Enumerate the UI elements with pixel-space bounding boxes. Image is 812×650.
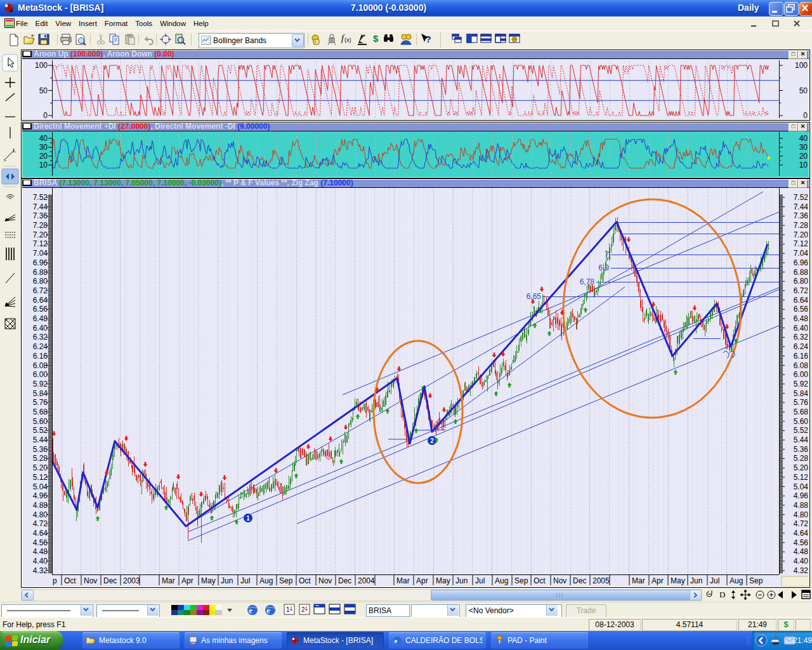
svg-text:50: 50	[799, 86, 808, 95]
svg-text:30: 30	[39, 143, 48, 152]
svg-text:Oct: Oct	[299, 576, 311, 585]
svg-text:40: 40	[799, 134, 808, 143]
svg-text:5.20: 5.20	[33, 463, 48, 472]
svg-text:4.80: 4.80	[794, 510, 809, 519]
svg-text:D: D	[719, 590, 725, 599]
svg-text:Apr: Apr	[181, 576, 193, 585]
svg-text:Dec: Dec	[103, 576, 117, 585]
svg-text:?: ?	[426, 34, 431, 44]
svg-text:6.88: 6.88	[794, 268, 809, 277]
svg-text:4.32: 4.32	[33, 566, 48, 575]
svg-text:Aug: Aug	[730, 576, 743, 585]
svg-text:5.60: 5.60	[33, 417, 48, 426]
svg-text:7.04: 7.04	[794, 249, 809, 258]
svg-text:5.68: 5.68	[33, 408, 48, 416]
svg-text:4.80: 4.80	[33, 510, 48, 519]
svg-text:6.08: 6.08	[794, 361, 809, 370]
svg-text:Sep: Sep	[279, 576, 293, 585]
svg-text:7.44: 7.44	[794, 202, 809, 211]
svg-text:6.72: 6.72	[794, 286, 809, 295]
svg-text:Jun: Jun	[221, 576, 233, 585]
svg-text:Nov: Nov	[84, 576, 97, 585]
svg-text:Sep: Sep	[514, 576, 528, 585]
svg-text:Aug: Aug	[495, 576, 508, 585]
svg-text:May: May	[201, 576, 216, 585]
svg-text:1: 1	[246, 515, 250, 522]
svg-text:Jul: Jul	[710, 576, 719, 585]
svg-text:2: 2	[430, 437, 434, 444]
svg-text:4.88: 4.88	[33, 501, 48, 510]
svg-text:6.24: 6.24	[794, 342, 809, 351]
svg-text:100: 100	[795, 61, 808, 70]
svg-text:6.40: 6.40	[33, 324, 48, 333]
svg-text:$: $	[373, 33, 379, 44]
svg-text:4.48: 4.48	[33, 547, 48, 556]
svg-text:2003: 2003	[123, 576, 140, 585]
svg-text:100: 100	[35, 61, 48, 70]
svg-text:20: 20	[799, 152, 808, 161]
svg-text:6.64: 6.64	[794, 296, 809, 305]
svg-text:e: e	[395, 637, 398, 644]
svg-text:4.72: 4.72	[33, 519, 48, 528]
svg-text:6.56: 6.56	[33, 305, 48, 314]
svg-text:Dec: Dec	[338, 576, 351, 585]
svg-text:6.32: 6.32	[794, 333, 809, 342]
svg-text:5.76: 5.76	[794, 398, 809, 407]
svg-text:5.52: 5.52	[794, 426, 809, 435]
svg-text:4.48: 4.48	[794, 547, 809, 556]
svg-text:6.80: 6.80	[794, 277, 809, 286]
svg-text:May: May	[436, 576, 450, 585]
svg-text:7.12: 7.12	[794, 239, 809, 248]
svg-text:5.04: 5.04	[794, 482, 809, 491]
svg-text:5.44: 5.44	[33, 435, 48, 444]
svg-text:4.96: 4.96	[794, 491, 809, 500]
svg-text:6.32: 6.32	[33, 333, 48, 342]
svg-text:2004: 2004	[358, 576, 375, 585]
svg-text:(x): (x)	[344, 37, 351, 43]
svg-text:6.24: 6.24	[33, 342, 48, 351]
svg-text:6.00: 6.00	[794, 370, 809, 379]
svg-text:5.52: 5.52	[33, 426, 48, 435]
svg-text:Mar: Mar	[162, 576, 175, 585]
svg-text:7.52: 7.52	[794, 193, 809, 202]
svg-text:5.12: 5.12	[33, 473, 48, 482]
svg-text:30: 30	[799, 143, 808, 152]
svg-text:Aug: Aug	[259, 576, 273, 585]
svg-text:5.36: 5.36	[794, 445, 809, 454]
svg-text:0: 0	[803, 111, 808, 119]
svg-text:7.28: 7.28	[794, 221, 809, 230]
svg-text:20: 20	[39, 152, 48, 161]
svg-text:6.48: 6.48	[33, 314, 48, 323]
svg-text:5.84: 5.84	[33, 389, 48, 398]
svg-text:1: 1	[286, 606, 290, 613]
svg-text:7.52: 7.52	[33, 193, 48, 202]
svg-text:7.44: 7.44	[33, 202, 48, 211]
svg-text:7.36: 7.36	[33, 211, 48, 220]
svg-text:6.80: 6.80	[33, 277, 48, 286]
svg-text:6.96: 6.96	[794, 258, 809, 267]
svg-text:5.60: 5.60	[794, 417, 809, 426]
svg-text:6.56: 6.56	[794, 305, 809, 314]
svg-text:4.96: 4.96	[33, 491, 48, 500]
svg-text:5.92: 5.92	[794, 380, 809, 388]
svg-text:Dec: Dec	[573, 576, 586, 585]
svg-text:Jul: Jul	[240, 576, 250, 585]
svg-text:7.36: 7.36	[794, 211, 809, 220]
svg-text:6.16: 6.16	[33, 352, 48, 361]
svg-text:Mar: Mar	[396, 576, 410, 585]
svg-text:6.40: 6.40	[794, 324, 809, 333]
svg-text:Jun: Jun	[455, 576, 468, 585]
svg-text:Oct: Oct	[64, 576, 76, 585]
svg-text:4.64: 4.64	[33, 529, 48, 538]
svg-text:10: 10	[39, 161, 48, 169]
svg-text:5.44: 5.44	[794, 435, 809, 444]
svg-text:6.48: 6.48	[794, 314, 809, 323]
svg-text:6.88: 6.88	[33, 268, 48, 277]
svg-text:4.56: 4.56	[33, 538, 48, 547]
svg-text:4.40: 4.40	[794, 557, 809, 566]
svg-text:5.12: 5.12	[794, 473, 809, 482]
svg-text:5.68: 5.68	[794, 408, 809, 416]
svg-text:7.04: 7.04	[33, 249, 48, 258]
svg-text:Apr: Apr	[652, 576, 664, 585]
svg-text:40: 40	[39, 134, 48, 143]
